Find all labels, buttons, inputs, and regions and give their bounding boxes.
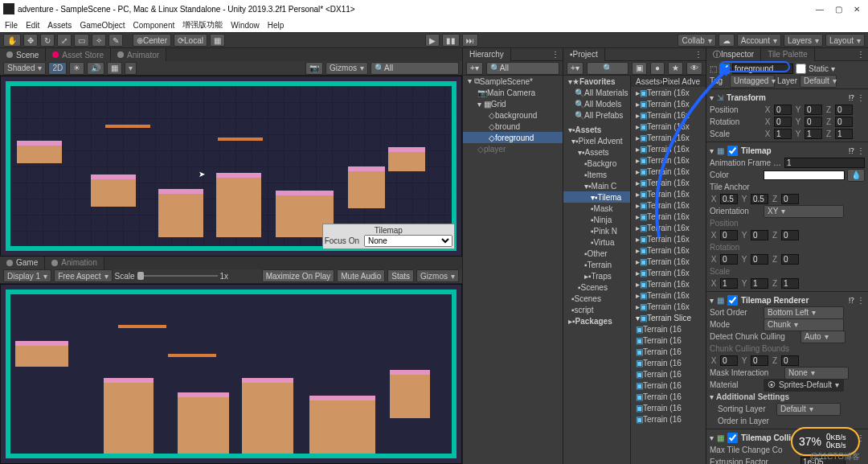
asset-row[interactable]: ▣ Terrain (16 bbox=[631, 413, 706, 425]
folder-scenes2[interactable]: ▪Scenes bbox=[563, 293, 630, 304]
orient-dropdown[interactable]: XY bbox=[764, 205, 844, 218]
menu-assets[interactable]: Assets bbox=[47, 21, 72, 30]
transform-tool[interactable]: ✧ bbox=[92, 34, 106, 47]
asset-row[interactable]: ▸▣ Terrain (16x bbox=[631, 166, 706, 177]
item-player[interactable]: ◇ player bbox=[463, 143, 563, 154]
breadcrumb[interactable]: Assets › Pixel Adve bbox=[631, 76, 706, 87]
asset-row[interactable]: ▣ Terrain (16 bbox=[631, 391, 706, 402]
project-add[interactable]: +▾ bbox=[567, 62, 583, 75]
move-tool[interactable]: ✥ bbox=[23, 34, 38, 47]
pos-y[interactable] bbox=[805, 105, 822, 115]
asset-row[interactable]: ▸▣ Terrain (16x bbox=[631, 222, 706, 233]
afr-input[interactable] bbox=[784, 158, 865, 168]
project-list[interactable]: Assets › Pixel Adve ▸▣ Terrain (16x▸▣ Te… bbox=[631, 76, 706, 464]
shaded-dropdown[interactable]: Shaded bbox=[3, 62, 46, 75]
asset-row[interactable]: ▸▣ Terrain (16x bbox=[631, 199, 706, 211]
folder-backgro[interactable]: ▪Backgro bbox=[563, 158, 630, 169]
tab-asset-store[interactable]: Asset Store bbox=[46, 48, 111, 61]
project-filter-2[interactable]: ● bbox=[650, 62, 665, 75]
hierarchy-search[interactable]: 🔍 All bbox=[486, 62, 559, 75]
project-menu-icon[interactable]: ⋮ bbox=[691, 50, 706, 59]
scene-row[interactable]: ▾ ⧉ SampleScene* bbox=[463, 76, 563, 87]
layout-dropdown[interactable]: Layout bbox=[825, 34, 865, 47]
aspect-dropdown[interactable]: Free Aspect bbox=[54, 269, 112, 282]
asset-row[interactable]: ▸▣ Terrain (16x bbox=[631, 98, 706, 109]
inspector-menu-icon[interactable]: ⋮ bbox=[854, 50, 868, 59]
component-menu[interactable]: ⁉ ⋮ bbox=[849, 146, 865, 155]
hierarchy-tree[interactable]: ▾ ⧉ SampleScene* 📷 Main Camera ▾ ▦ Grid … bbox=[463, 76, 563, 464]
hierarchy-add[interactable]: +▾ bbox=[466, 62, 483, 75]
asset-row[interactable]: ▸▣ Terrain (16x bbox=[631, 121, 706, 132]
pause-button[interactable]: ▮▮ bbox=[442, 34, 460, 47]
color-picker-icon[interactable]: 💧 bbox=[847, 169, 865, 182]
tab-animator[interactable]: Animator bbox=[111, 48, 166, 61]
folder-pixeladv[interactable]: ▾▪Pixel Advent bbox=[563, 135, 630, 146]
asset-row[interactable]: ▣ Terrain (16 bbox=[631, 357, 706, 368]
color-swatch[interactable] bbox=[764, 170, 845, 180]
tab-animation[interactable]: Animation bbox=[45, 257, 104, 269]
gizmos-dropdown[interactable]: Gizmos bbox=[326, 62, 368, 75]
asset-row[interactable]: ▸▣ Terrain (16x bbox=[631, 154, 706, 166]
asset-row[interactable]: ▸▣ Terrain (16x bbox=[631, 109, 706, 121]
asset-row[interactable]: ▣ Terrain (16 bbox=[631, 335, 706, 346]
asset-row[interactable]: ▸▣ Terrain (16x bbox=[631, 211, 706, 222]
folder-tilema[interactable]: ▾▪Tilema bbox=[563, 191, 630, 203]
anchor-y[interactable] bbox=[751, 194, 768, 204]
tab-tile-palette[interactable]: Tile Palette bbox=[761, 48, 815, 61]
menu-component[interactable]: Component bbox=[133, 21, 175, 30]
folder-virtua[interactable]: ▪Virtua bbox=[563, 236, 630, 248]
menu-file[interactable]: File bbox=[5, 21, 18, 30]
menu-window[interactable]: Window bbox=[231, 21, 260, 30]
item-bround[interactable]: ◇ bround bbox=[463, 121, 563, 132]
component-menu[interactable]: ⁉ ⋮ bbox=[849, 296, 865, 305]
collab-dropdown[interactable]: Collab bbox=[678, 34, 715, 47]
rect-tool[interactable]: ▭ bbox=[74, 34, 89, 47]
tab-inspector[interactable]: ⓘ Inspector bbox=[706, 48, 761, 61]
asset-row[interactable]: ▾▣ Terrain Slice bbox=[631, 312, 706, 323]
rotate-tool[interactable]: ↻ bbox=[40, 34, 55, 47]
folder-mainc[interactable]: ▾▪Main C bbox=[563, 180, 630, 191]
asset-row[interactable]: ▣ Terrain (16 bbox=[631, 402, 706, 413]
anchor-z[interactable] bbox=[781, 194, 799, 204]
asset-row[interactable]: ▸▣ Terrain (16x bbox=[631, 177, 706, 188]
cloud-button[interactable]: ☁ bbox=[719, 34, 735, 47]
asset-row[interactable]: ▸▣ Terrain (16x bbox=[631, 233, 706, 244]
mute-audio[interactable]: Mute Audio bbox=[337, 269, 385, 282]
menu-extra[interactable]: 增强版功能 bbox=[182, 19, 223, 31]
item-foreground[interactable]: ◇ foreground bbox=[463, 132, 563, 143]
light-toggle[interactable]: ☀ bbox=[69, 62, 84, 75]
project-filter-3[interactable]: ★ bbox=[668, 62, 683, 75]
asset-row[interactable]: ▸▣ Terrain (16x bbox=[631, 267, 706, 278]
asset-row[interactable]: ▸▣ Terrain (16x bbox=[631, 244, 706, 256]
pivot-center[interactable]: ⊕Center bbox=[133, 34, 171, 47]
folder-pink[interactable]: ▪Pink N bbox=[563, 225, 630, 236]
asset-row[interactable]: ▣ Terrain (16 bbox=[631, 368, 706, 380]
folder-mask[interactable]: ▪Mask bbox=[563, 203, 630, 214]
menu-edit[interactable]: Edit bbox=[26, 21, 39, 30]
sorting-layer-dropdown[interactable]: Default bbox=[776, 403, 841, 416]
asset-row[interactable]: ▸▣ Terrain (16x bbox=[631, 188, 706, 199]
project-hidden[interactable]: 👁 bbox=[686, 62, 702, 75]
tag-dropdown[interactable]: Untagged bbox=[730, 75, 775, 88]
folder-script[interactable]: ▪script bbox=[563, 304, 630, 315]
renderer-enabled[interactable] bbox=[727, 295, 738, 306]
mode-dropdown[interactable]: Chunk bbox=[764, 318, 844, 331]
folder-items[interactable]: ▪Items bbox=[563, 169, 630, 180]
asset-row[interactable]: ▸▣ Terrain (16x bbox=[631, 289, 706, 301]
custom-tool[interactable]: ✎ bbox=[108, 34, 123, 47]
audio-toggle[interactable]: 🔊 bbox=[87, 62, 104, 75]
layers-dropdown[interactable]: Layers bbox=[784, 34, 823, 47]
asset-row[interactable]: ▣ Terrain (16 bbox=[631, 323, 706, 335]
minimize-button[interactable]: — bbox=[816, 5, 824, 14]
scl-z[interactable] bbox=[835, 129, 853, 139]
item-main-camera[interactable]: 📷 Main Camera bbox=[463, 87, 563, 98]
scl-x[interactable] bbox=[774, 129, 792, 139]
fx-dropdown[interactable] bbox=[125, 62, 137, 75]
asset-row[interactable]: ▸▣ Terrain (16x bbox=[631, 256, 706, 267]
layer-dropdown[interactable]: Default bbox=[800, 75, 837, 88]
hand-tool[interactable]: ✋ bbox=[3, 34, 21, 47]
game-gizmos[interactable]: Gizmos bbox=[416, 269, 459, 282]
scene-search[interactable]: 🔍 All bbox=[371, 62, 459, 75]
fav-materials[interactable]: 🔍All Materials bbox=[563, 87, 630, 98]
asset-row[interactable]: ▸▣ Terrain (16x bbox=[631, 87, 706, 98]
